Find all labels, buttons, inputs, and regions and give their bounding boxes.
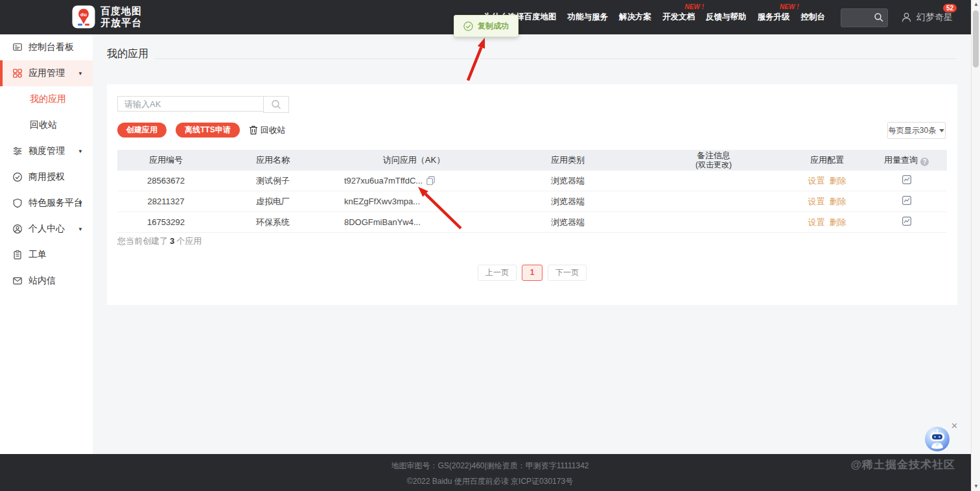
sidebar-item-commercial-license[interactable]: 商用授权 <box>0 164 93 190</box>
ak-search <box>117 96 289 113</box>
sidebar-item-featured-services[interactable]: 特色服务平台 ▼ <box>0 190 93 216</box>
app-ak: t927xu6ua7mTffdC... <box>331 176 496 186</box>
notification-badge: 52 <box>943 4 957 12</box>
chevron-down-icon: ▼ <box>78 149 83 154</box>
footer-license-line: 地图审图号：GS(2022)460|测绘资质：甲测资字11111342 <box>0 454 980 472</box>
delete-link[interactable]: 删除 <box>830 196 846 208</box>
app-actions: 设置 删除 <box>788 196 866 208</box>
scroll-down-icon[interactable]: ▼ <box>972 483 980 489</box>
chatbot-close-icon[interactable]: ✕ <box>951 422 958 430</box>
apps-count-summary: 您当前创建了3个应用 <box>117 235 202 247</box>
sidebar-item-work-order[interactable]: 工单 <box>0 242 93 268</box>
logo[interactable]: du 百度地图 开放平台 <box>72 5 142 29</box>
app-category: 浏览器端 <box>496 217 639 228</box>
app-id: 28211327 <box>117 197 215 206</box>
trash-icon <box>249 125 258 135</box>
window-scrollbar[interactable]: ▲ ▼ <box>971 0 980 491</box>
ak-search-input[interactable] <box>117 96 263 112</box>
usage-chart-icon[interactable] <box>902 216 912 226</box>
nav-search-box[interactable] <box>841 8 888 27</box>
app-name: 虚拟电厂 <box>215 196 331 208</box>
nav-item-feedback-help[interactable]: 反馈与帮助 <box>706 12 747 23</box>
shield-badge-icon <box>12 198 23 208</box>
user-account[interactable]: 幻梦奇星 52 <box>901 0 953 34</box>
sidebar-item-recycle-bin[interactable]: 回收站 <box>0 112 93 138</box>
settings-link[interactable]: 设置 <box>808 196 825 208</box>
baidu-map-pin-icon: du <box>72 5 95 29</box>
page-title: 我的应用 <box>107 47 148 61</box>
create-app-button[interactable]: 创建应用 <box>117 123 167 138</box>
new-badge: NEW ! <box>685 3 704 10</box>
usage-chart-icon[interactable] <box>902 174 912 185</box>
sidebar-item-my-apps[interactable]: 我的应用 <box>0 86 93 112</box>
my-apps-card: 创建应用 离线TTS申请 回收站 每页显示30条 <box>107 84 957 305</box>
user-icon <box>901 12 912 23</box>
app-id: 28563672 <box>117 176 215 186</box>
recycle-bin-button[interactable]: 回收站 <box>249 125 286 136</box>
username: 幻梦奇星 52 <box>916 12 953 23</box>
table-row: 16753292 环保系统 8DOGFmiBanYw4... 浏览器端 设置 删… <box>117 212 947 233</box>
app-category: 浏览器端 <box>496 196 639 208</box>
new-badge: NEW ! <box>780 3 799 10</box>
search-icon[interactable] <box>874 12 884 23</box>
nav-search-input[interactable] <box>844 10 875 25</box>
nav-item-service-upgrade[interactable]: 服务升级NEW ! <box>758 12 790 23</box>
footer-copyright-line: ©2022 Baidu 使用百度前必读 京ICP证030173号 <box>0 476 980 487</box>
app-name: 测试例子 <box>215 175 331 187</box>
app-actions: 设置 删除 <box>788 217 866 228</box>
mail-icon <box>12 276 23 286</box>
sidebar-item-dashboard[interactable]: 控制台看板 <box>0 34 93 60</box>
nav-item-solutions[interactable]: 解决方案 <box>619 12 651 23</box>
scroll-up-icon[interactable]: ▲ <box>972 1 980 7</box>
app-id: 16753292 <box>117 217 215 227</box>
app-name: 环保系统 <box>215 217 331 228</box>
nav-item-features[interactable]: 功能与服务 <box>568 12 609 23</box>
watermark: @稀土掘金技术社区 <box>850 457 955 472</box>
copy-icon[interactable] <box>426 176 436 186</box>
title-divider <box>155 58 957 59</box>
prev-page-button[interactable]: 上一页 <box>478 265 517 281</box>
chatbot-avatar[interactable] <box>924 426 950 455</box>
apps-table: 应用编号 应用名称 访问应用（AK） 应用类别 备注信息 (双击更改) 应用配置… <box>117 150 947 233</box>
logo-text: 百度地图 开放平台 <box>100 5 142 29</box>
nav-item-dev-docs[interactable]: 开发文档NEW ! <box>662 12 695 23</box>
app-actions: 设置 删除 <box>788 175 866 187</box>
svg-text:du: du <box>80 12 87 18</box>
pagination: 上一页 1 下一页 <box>107 265 957 281</box>
check-circle-icon <box>463 21 473 31</box>
sliders-icon <box>12 146 23 156</box>
delete-link[interactable]: 删除 <box>830 175 846 187</box>
user-circle-icon <box>12 224 23 234</box>
help-icon[interactable]: ? <box>920 158 929 166</box>
usage-chart-icon[interactable] <box>902 195 912 206</box>
sidebar-item-quota-management[interactable]: 额度管理 ▼ <box>0 138 93 164</box>
footer: 地图审图号：GS(2022)460|测绘资质：甲测资字11111342 ©202… <box>0 454 980 491</box>
app-category: 浏览器端 <box>496 175 639 187</box>
table-row: 28211327 虚拟电厂 knEZgFfXwv3mpa... 浏览器端 设置 … <box>117 191 947 212</box>
scrollbar-thumb[interactable] <box>973 10 979 67</box>
chevron-down-icon: ▼ <box>78 200 83 206</box>
table-row: 28563672 测试例子 t927xu6ua7mTffdC... 浏览器端 <box>117 171 947 191</box>
current-page-button[interactable]: 1 <box>522 265 542 281</box>
sidebar-item-messages[interactable]: 站内信 <box>0 268 93 294</box>
offline-tts-button[interactable]: 离线TTS申请 <box>176 123 240 138</box>
page-size-select[interactable]: 每页显示30条 <box>887 122 946 139</box>
app-ak: 8DOGFmiBanYw4... <box>331 217 496 227</box>
copy-success-toast: 复制成功 <box>454 15 519 37</box>
table-header: 应用编号 应用名称 访问应用（AK） 应用类别 备注信息 (双击更改) 应用配置… <box>117 150 947 171</box>
settings-link[interactable]: 设置 <box>808 217 825 228</box>
sidebar-item-personal-center[interactable]: 个人中心 ▼ <box>0 216 93 242</box>
delete-link[interactable]: 删除 <box>830 217 846 228</box>
settings-link[interactable]: 设置 <box>808 175 825 187</box>
search-icon <box>271 99 282 110</box>
clipboard-icon <box>12 250 23 260</box>
ak-search-button[interactable] <box>263 96 289 113</box>
sidebar-item-app-management[interactable]: 应用管理 ▼ <box>0 60 93 86</box>
app-ak: knEZgFfXwv3mpa... <box>331 197 496 206</box>
nav-menu: 为什么选择百度地图 功能与服务 解决方案 开发文档NEW ! 反馈与帮助 服务升… <box>484 0 825 34</box>
check-circle-icon <box>12 172 23 182</box>
toast-text: 复制成功 <box>478 21 509 32</box>
next-page-button[interactable]: 下一页 <box>548 265 587 281</box>
chevron-down-icon <box>939 129 944 132</box>
nav-item-console[interactable]: 控制台 <box>801 12 826 23</box>
